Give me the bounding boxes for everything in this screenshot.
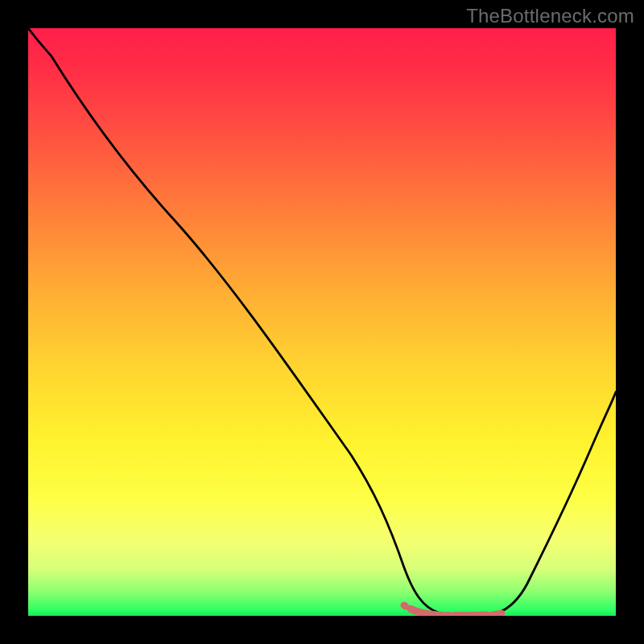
attribution-text: TheBottleneck.com <box>466 5 634 27</box>
bottleneck-curve <box>28 28 616 616</box>
chart-frame: TheBottleneck.com <box>0 0 644 644</box>
plot-area <box>28 28 616 616</box>
curve-path <box>28 28 616 615</box>
optimal-region-marker <box>404 605 514 616</box>
